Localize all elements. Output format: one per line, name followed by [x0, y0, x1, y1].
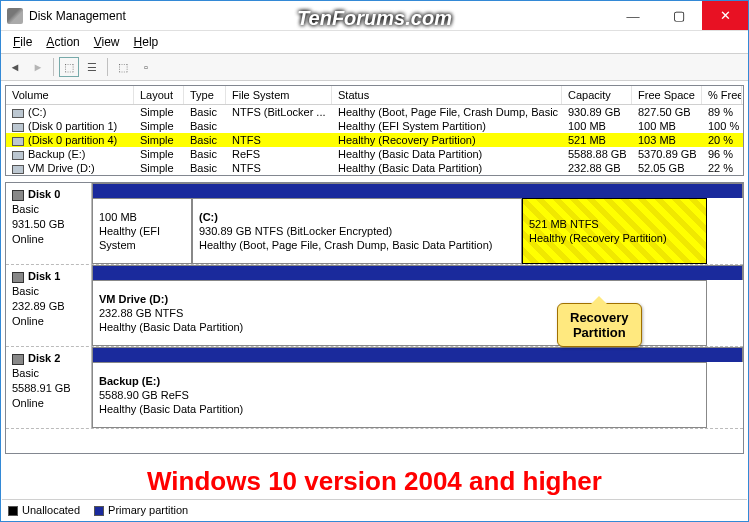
volume-icon: [12, 151, 24, 160]
volume-icon: [12, 109, 24, 118]
menu-file[interactable]: File: [7, 33, 38, 51]
title-bar: Disk Management — ▢ ✕: [1, 1, 748, 31]
menu-help[interactable]: Help: [128, 33, 165, 51]
disk-info[interactable]: Disk 1Basic232.89 GBOnline: [6, 265, 92, 346]
view-button[interactable]: ☰: [82, 57, 102, 77]
legend-unallocated: Unallocated: [22, 504, 80, 516]
disk-icon: [12, 354, 24, 365]
help-button[interactable]: ▫: [136, 57, 156, 77]
volume-icon: [12, 137, 24, 146]
disk-row: Disk 0Basic931.50 GBOnline100 MBHealthy …: [6, 183, 743, 265]
toolbar: ◄ ► ⬚ ☰ ⬚ ▫: [1, 53, 748, 81]
callout-recovery: Recovery Partition: [557, 303, 642, 347]
caption-annotation: Windows 10 version 2004 and higher: [1, 466, 748, 497]
legend-primary: Primary partition: [108, 504, 188, 516]
col-filesystem[interactable]: File System: [226, 86, 332, 104]
menu-view[interactable]: View: [88, 33, 126, 51]
disk-header-bar: [92, 265, 743, 280]
legend: Unallocated Primary partition: [2, 499, 747, 520]
volume-row[interactable]: (C:)SimpleBasicNTFS (BitLocker ...Health…: [6, 105, 743, 119]
col-capacity[interactable]: Capacity: [562, 86, 632, 104]
disk-info[interactable]: Disk 2Basic5588.91 GBOnline: [6, 347, 92, 428]
volume-row[interactable]: (Disk 0 partition 4)SimpleBasicNTFSHealt…: [6, 133, 743, 147]
maximize-button[interactable]: ▢: [656, 1, 702, 30]
unallocated-swatch: [8, 506, 18, 516]
disk-header-bar: [92, 183, 743, 198]
volume-icon: [12, 123, 24, 132]
disk-icon: [12, 190, 24, 201]
settings-button[interactable]: ⬚: [113, 57, 133, 77]
col-volume[interactable]: Volume: [6, 86, 134, 104]
volume-icon: [12, 165, 24, 174]
col-layout[interactable]: Layout: [134, 86, 184, 104]
partition-block[interactable]: (C:)930.89 GB NTFS (BitLocker Encrypted)…: [192, 198, 522, 264]
partition-block[interactable]: 521 MB NTFSHealthy (Recovery Partition): [522, 198, 707, 264]
window-title: Disk Management: [29, 9, 610, 23]
col-status[interactable]: Status: [332, 86, 562, 104]
volume-row[interactable]: Backup (E:)SimpleBasicReFSHealthy (Basic…: [6, 147, 743, 161]
column-headers: Volume Layout Type File System Status Ca…: [6, 86, 743, 105]
volume-row[interactable]: VM Drive (D:)SimpleBasicNTFSHealthy (Bas…: [6, 161, 743, 175]
col-pctfree[interactable]: % Free: [702, 86, 742, 104]
refresh-button[interactable]: ⬚: [59, 57, 79, 77]
menu-bar: File Action View Help: [1, 31, 748, 53]
col-freespace[interactable]: Free Space: [632, 86, 702, 104]
close-button[interactable]: ✕: [702, 1, 748, 30]
menu-action[interactable]: Action: [40, 33, 85, 51]
disk-icon: [12, 272, 24, 283]
disk-row: Disk 2Basic5588.91 GBOnlineBackup (E:)55…: [6, 347, 743, 429]
forward-button[interactable]: ►: [28, 57, 48, 77]
minimize-button[interactable]: —: [610, 1, 656, 30]
app-icon: [7, 8, 23, 24]
col-type[interactable]: Type: [184, 86, 226, 104]
partition-block[interactable]: Backup (E:)5588.90 GB ReFSHealthy (Basic…: [92, 362, 707, 428]
partition-block[interactable]: 100 MBHealthy (EFI System: [92, 198, 192, 264]
back-button[interactable]: ◄: [5, 57, 25, 77]
disk-info[interactable]: Disk 0Basic931.50 GBOnline: [6, 183, 92, 264]
volume-list: Volume Layout Type File System Status Ca…: [5, 85, 744, 176]
volume-row[interactable]: (Disk 0 partition 1)SimpleBasicHealthy (…: [6, 119, 743, 133]
disk-header-bar: [92, 347, 743, 362]
primary-swatch: [94, 506, 104, 516]
